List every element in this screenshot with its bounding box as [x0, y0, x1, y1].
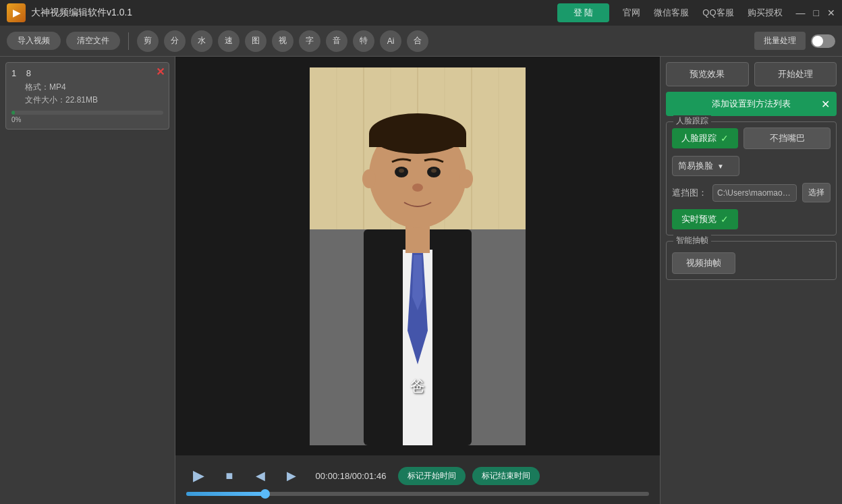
clear-files-button[interactable]: 清空文件 [66, 32, 120, 50]
add-settings-label: 添加设置到方法列表 [712, 99, 791, 109]
svg-rect-17 [369, 134, 466, 147]
wechat-support-link[interactable]: 微信客服 [654, 7, 689, 19]
file-progress-label: 0% [11, 116, 163, 123]
official-site-link[interactable]: 官网 [623, 7, 640, 19]
smart-frame-section: 智能抽帧 视频抽帧 [666, 241, 837, 280]
file-progress-bar-container [11, 111, 163, 115]
dropdown-arrow-icon: ▼ [717, 163, 724, 170]
time-display: 00:00:18/00:01:46 [310, 471, 391, 481]
main-content: 1 8 ✕ 格式：MP4 文件大小：22.81MB 0% [0, 57, 842, 504]
face-track-button[interactable]: 人脸跟踪 ✓ [672, 128, 738, 148]
file-size: 文件大小：22.81MB [25, 94, 163, 107]
file-info: 格式：MP4 文件大小：22.81MB [25, 81, 163, 107]
no-mouth-button[interactable]: 不挡嘴巴 [743, 128, 831, 149]
import-video-button[interactable]: 导入视频 [7, 32, 61, 50]
file-list-panel: 1 8 ✕ 格式：MP4 文件大小：22.81MB 0% [0, 57, 175, 504]
toolbar: 导入视频 清空文件 剪 分 水 速 图 视 字 音 特 Ai 合 批量处理 [0, 26, 842, 57]
video-controls: ▶ ■ ◀ ▶ 00:00:18/00:01:46 标记开始时间 标记结束时间 [175, 455, 660, 504]
svg-point-20 [399, 169, 404, 173]
face-track-btn-label: 人脸跟踪 [681, 132, 717, 144]
seek-filled [186, 492, 265, 496]
logo-icon: ▶ [7, 3, 26, 22]
app-logo: ▶ 大神视频编辑软件v1.0.1 [7, 3, 132, 22]
minimize-button[interactable]: — [796, 7, 806, 18]
merge-tool-button[interactable]: 合 [407, 30, 428, 52]
preview-effect-button[interactable]: 预览效果 [666, 62, 749, 86]
svg-text:爸: 爸 [410, 378, 425, 395]
seek-bar[interactable] [186, 492, 649, 496]
video-area: 爸 ▶ ■ ◀ ▶ 00:00:18/00:01:46 标记开始时间 标记结束时… [175, 57, 660, 504]
file-format: 格式：MP4 [25, 81, 163, 94]
mark-end-button[interactable]: 标记结束时间 [472, 467, 540, 485]
toolbar-right: 批量处理 [754, 32, 835, 50]
special-tool-button[interactable]: 特 [353, 30, 374, 52]
simple-replace-label: 简易换脸 [678, 160, 713, 172]
add-settings-button[interactable]: 添加设置到方法列表 ✕ [666, 92, 837, 116]
mask-path-display: C:\Users\maomao\Desk [712, 184, 797, 202]
mask-row: 遮挡图： C:\Users\maomao\Desk 选择 [672, 183, 831, 202]
realtime-check-icon: ✓ [721, 214, 729, 225]
nav-links: 官网 微信客服 QQ客服 购买授权 [623, 7, 782, 19]
speed-tool-button[interactable]: 速 [218, 30, 240, 52]
seek-thumb [260, 489, 270, 499]
audio-tool-button[interactable]: 音 [326, 30, 347, 52]
titlebar: ▶ 大神视频编辑软件v1.0.1 登 陆 官网 微信客服 QQ客服 购买授权 —… [0, 0, 842, 26]
svg-point-22 [412, 184, 423, 192]
add-settings-close-icon[interactable]: ✕ [821, 98, 830, 111]
file-number: 1 8 [11, 68, 31, 78]
qq-support-link[interactable]: QQ客服 [702, 7, 733, 19]
file-item-header: 1 8 ✕ [11, 68, 163, 78]
file-item: 1 8 ✕ 格式：MP4 文件大小：22.81MB 0% [5, 62, 169, 130]
video-frame-button[interactable]: 视频抽帧 [672, 252, 735, 274]
play-button[interactable]: ▶ [186, 464, 210, 488]
image-tool-button[interactable]: 图 [245, 30, 266, 52]
mark-start-button[interactable]: 标记开始时间 [398, 467, 466, 485]
prev-frame-button[interactable]: ◀ [248, 464, 273, 488]
video-scene: 爸 [310, 67, 526, 445]
right-top-buttons: 预览效果 开始处理 [661, 57, 842, 92]
svg-point-24 [459, 169, 473, 188]
face-track-row: 人脸跟踪 ✓ 不挡嘴巴 [672, 128, 831, 149]
video-tool-button[interactable]: 视 [272, 30, 293, 52]
face-tracking-section: 人脸跟踪 人脸跟踪 ✓ 不挡嘴巴 简易换脸 ▼ 遮挡图： C:\Users\ma… [666, 121, 837, 235]
realtime-row: 实时预览 ✓ [672, 209, 831, 229]
simple-replace-row: 简易换脸 ▼ [672, 156, 831, 176]
right-panel: 预览效果 开始处理 添加设置到方法列表 ✕ 人脸跟踪 人脸跟踪 ✓ 不挡嘴巴 简… [660, 57, 842, 504]
realtime-btn-label: 实时预览 [681, 213, 717, 225]
smart-frame-label: 智能抽帧 [673, 235, 711, 246]
mask-label: 遮挡图： [672, 187, 707, 199]
file-progress-fill [11, 111, 15, 115]
file-close-button[interactable]: ✕ [156, 65, 165, 78]
svg-point-23 [362, 169, 376, 188]
cut-tool-button[interactable]: 剪 [137, 30, 159, 52]
playback-controls-row: ▶ ■ ◀ ▶ 00:00:18/00:01:46 标记开始时间 标记结束时间 [186, 464, 649, 488]
video-display: 爸 [175, 57, 660, 455]
seek-bar-row [186, 492, 649, 496]
ai-tool-button[interactable]: Ai [380, 30, 401, 52]
face-track-check-icon: ✓ [721, 133, 729, 144]
split-tool-button[interactable]: 分 [164, 30, 186, 52]
batch-toggle-switch[interactable] [811, 34, 835, 48]
batch-process-button[interactable]: 批量处理 [754, 32, 806, 50]
next-frame-button[interactable]: ▶ [279, 464, 304, 488]
svg-point-21 [431, 169, 437, 173]
maximize-button[interactable]: □ [814, 7, 819, 18]
login-button[interactable]: 登 陆 [557, 3, 610, 22]
close-button[interactable]: ✕ [827, 7, 835, 18]
window-controls: — □ ✕ [796, 7, 835, 18]
select-file-button[interactable]: 选择 [802, 183, 831, 202]
text-tool-button[interactable]: 字 [299, 30, 320, 52]
buy-auth-link[interactable]: 购买授权 [748, 7, 783, 19]
start-process-button[interactable]: 开始处理 [754, 62, 837, 86]
toolbar-separator [128, 32, 129, 50]
face-tracking-label: 人脸跟踪 [673, 115, 711, 127]
simple-replace-dropdown[interactable]: 简易换脸 ▼ [672, 156, 739, 176]
app-title: 大神视频编辑软件v1.0.1 [31, 7, 132, 19]
stop-button[interactable]: ■ [217, 464, 242, 488]
realtime-preview-button[interactable]: 实时预览 ✓ [672, 209, 738, 229]
watermark-tool-button[interactable]: 水 [191, 30, 213, 52]
